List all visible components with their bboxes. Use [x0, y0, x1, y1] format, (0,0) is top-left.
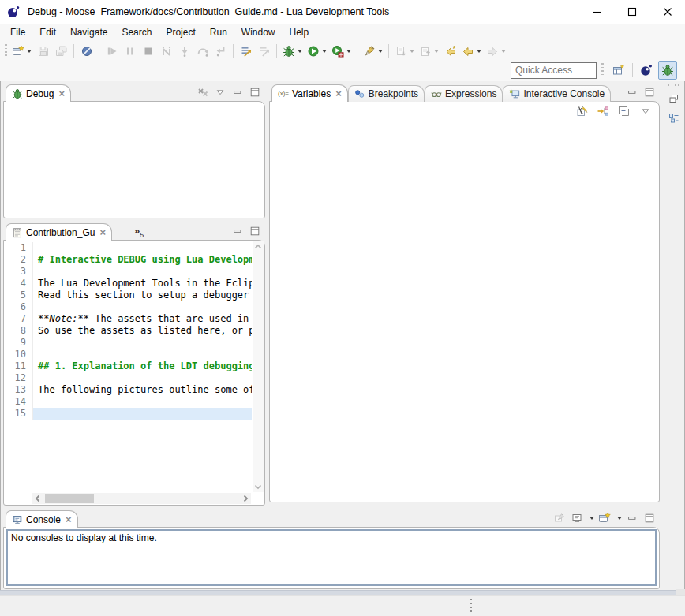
menu-search[interactable]: Search [114, 24, 159, 40]
restore-views-button[interactable] [667, 91, 681, 106]
maximize-view-button[interactable] [642, 85, 657, 99]
editor-line[interactable]: 2# Interactive DEBUG using Lua Developm [4, 254, 252, 266]
last-edit-location-button[interactable] [442, 43, 459, 60]
minimize-view-button[interactable] [625, 85, 639, 99]
step-over-button[interactable] [194, 43, 211, 60]
window-maximize-button[interactable] [614, 0, 649, 24]
drop-to-frame-button[interactable] [256, 43, 272, 60]
scroll-left-icon[interactable] [34, 495, 42, 502]
dropdown-icon[interactable] [298, 50, 302, 53]
toggle-mark-occurrences-button[interactable] [361, 43, 384, 60]
editor-line[interactable]: 3 [4, 266, 252, 278]
menu-file[interactable]: File [3, 24, 32, 40]
maximize-view-button[interactable] [248, 85, 262, 99]
show-type-names-button[interactable] [575, 104, 589, 118]
menu-run[interactable]: Run [203, 24, 234, 40]
editor-line[interactable]: 4The Lua Development Tools in the Eclip [4, 278, 252, 289]
editor-line[interactable]: 11## 1. Explanation of the LDT debugging [4, 360, 252, 372]
hidden-editors-chevron[interactable]: »5 [134, 225, 144, 241]
editor-line[interactable]: 15 [4, 408, 252, 420]
menu-project[interactable]: Project [159, 24, 202, 40]
scroll-right-icon[interactable] [241, 495, 249, 502]
step-into-button[interactable] [176, 43, 193, 60]
menu-window[interactable]: Window [234, 24, 283, 40]
remove-all-terminated-button[interactable] [196, 85, 210, 99]
editor-line[interactable]: 10 [4, 349, 252, 360]
editor-line[interactable]: 1 [4, 242, 252, 254]
tab-debug[interactable]: Debug × [6, 84, 71, 102]
window-minimize-button[interactable] [578, 0, 614, 24]
minimize-view-button[interactable] [230, 224, 245, 238]
editor-line[interactable]: 13The following pictures outline some of [4, 384, 252, 396]
save-button[interactable] [35, 43, 51, 60]
forward-button[interactable] [485, 43, 507, 60]
menu-help[interactable]: Help [283, 24, 316, 40]
display-selected-console-button[interactable] [570, 511, 584, 525]
dropdown-icon[interactable] [378, 50, 383, 53]
minimize-view-button[interactable] [230, 85, 245, 99]
scroll-down-icon[interactable] [254, 483, 262, 491]
editor-line[interactable]: 9 [4, 337, 252, 349]
editor-line[interactable]: 7**Note:** The assets that are used in [4, 313, 252, 325]
dropdown-icon[interactable] [322, 50, 327, 53]
pin-console-button[interactable] [552, 511, 567, 525]
close-icon[interactable]: × [58, 90, 65, 98]
close-icon[interactable]: × [335, 90, 342, 98]
maximize-view-button[interactable] [642, 511, 657, 525]
editor-content[interactable]: 12# Interactive DEBUG using Lua Developm… [3, 240, 265, 506]
dropdown-icon[interactable] [434, 50, 439, 53]
tab-interactive-console[interactable]: Interactive Console [503, 85, 611, 102]
suspend-button[interactable] [122, 43, 138, 60]
menu-navigate[interactable]: Navigate [63, 24, 114, 40]
variables-content[interactable] [271, 121, 658, 501]
editor-horizontal-scrollbar[interactable] [32, 493, 251, 504]
editor-line[interactable]: 8So use the assets as listed here, or p [4, 325, 252, 337]
resize-grip[interactable] [676, 589, 685, 595]
view-menu-button[interactable] [213, 85, 227, 99]
disconnect-button[interactable] [158, 43, 174, 60]
outline-view-button[interactable] [667, 111, 681, 125]
scrollbar-thumb[interactable] [45, 494, 94, 503]
previous-annotation-button[interactable] [417, 43, 440, 60]
collapse-all-button[interactable] [617, 104, 631, 118]
use-step-filters-button[interactable] [238, 43, 254, 60]
open-perspective-button[interactable] [610, 62, 627, 79]
tab-breakpoints[interactable]: Breakpoints [348, 85, 425, 102]
dropdown-icon[interactable] [477, 50, 481, 53]
lua-perspective-button[interactable] [638, 62, 655, 79]
dropdown-icon[interactable] [410, 50, 414, 53]
debug-button[interactable] [281, 43, 304, 60]
profile-button[interactable] [330, 43, 353, 60]
bottom-sash[interactable] [0, 590, 676, 595]
console-output-area[interactable]: No consoles to display at this time. [6, 529, 657, 586]
view-menu-button[interactable] [638, 104, 653, 118]
new-button[interactable] [10, 43, 33, 60]
resume-button[interactable] [103, 43, 120, 60]
menu-edit[interactable]: Edit [32, 24, 63, 40]
debug-perspective-button[interactable] [658, 61, 677, 80]
save-all-button[interactable] [53, 43, 69, 60]
show-logical-structures-button[interactable] [596, 104, 610, 118]
terminate-button[interactable] [140, 43, 156, 60]
editor-line[interactable]: 14 [4, 396, 252, 408]
tab-expressions[interactable]: Expressions [425, 85, 503, 102]
scroll-up-icon[interactable] [254, 243, 262, 251]
maximize-view-button[interactable] [248, 224, 262, 238]
window-close-button[interactable] [649, 0, 685, 24]
drag-handle[interactable] [668, 84, 680, 86]
editor-line[interactable]: 5Read this section to setup a debugger [4, 289, 252, 301]
open-console-button[interactable] [597, 511, 612, 525]
run-button[interactable] [305, 43, 328, 60]
tab-console[interactable]: Console × [6, 510, 78, 528]
back-button[interactable] [460, 43, 483, 60]
dropdown-icon[interactable] [27, 50, 32, 53]
editor-line[interactable]: 6 [4, 301, 252, 313]
tab-contribution-guide[interactable]: Contribution_Gu × [6, 223, 112, 241]
editor-vertical-scrollbar[interactable] [253, 241, 264, 492]
close-icon[interactable]: × [99, 229, 106, 237]
status-drag-handle[interactable] [470, 599, 472, 613]
tab-variables[interactable]: (x)= Variables × [271, 84, 348, 102]
skip-all-breakpoints-button[interactable] [78, 43, 95, 60]
dropdown-icon[interactable] [501, 50, 506, 53]
close-icon[interactable]: × [66, 516, 72, 524]
